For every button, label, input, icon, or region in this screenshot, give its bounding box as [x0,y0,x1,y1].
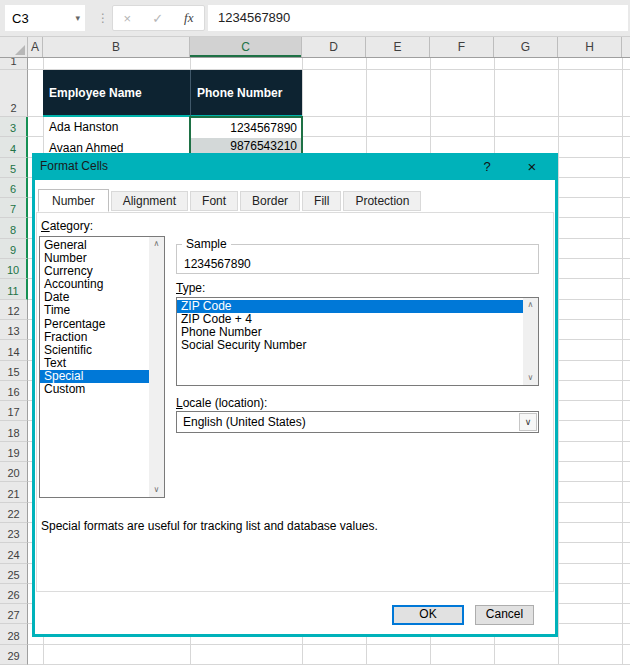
insert-function-icon[interactable]: fx [184,10,193,26]
tab-protection[interactable]: Protection [343,191,421,211]
row-header-23[interactable]: 23 [0,523,28,543]
row-header-3[interactable]: 3 [0,117,28,137]
name-box-dropdown-icon[interactable]: ▾ [75,13,85,23]
row-header-13[interactable]: 13 [0,320,28,340]
row-header-10[interactable]: 10 [0,259,28,279]
column-header-h[interactable]: H [558,37,622,57]
row-header-2[interactable]: 2 [0,70,28,117]
row-header-20[interactable]: 20 [0,462,28,482]
row-header-24[interactable]: 24 [0,543,28,563]
cell-c3-active[interactable]: 1234567890 [191,118,301,138]
tab-fill[interactable]: Fill [302,191,341,211]
row-header-26[interactable]: 26 [0,584,28,604]
category-custom[interactable]: Custom [40,383,149,396]
row-header-19[interactable]: 19 [0,442,28,462]
number-tab-page: Category: General Number Currency Accoun… [36,212,554,592]
type-label: Type: [176,281,205,295]
category-text[interactable]: Text [40,357,149,370]
help-button[interactable]: ? [472,153,502,180]
type-items: ZIP Code ZIP Code + 4 Phone Number Socia… [177,300,523,385]
dialog-titlebar[interactable]: Format Cells ? × [32,153,558,180]
special-format-description: Special formats are useful for tracking … [41,519,378,533]
dialog-body: Number Alignment Font Border Fill Protec… [35,180,555,634]
row-header-27[interactable]: 27 [0,604,28,624]
row-header-18[interactable]: 18 [0,421,28,441]
column-header-d[interactable]: D [302,37,366,57]
row-header-9[interactable]: 9 [0,239,28,259]
row-header-5[interactable]: 5 [0,158,28,178]
row-header-17[interactable]: 17 [0,401,28,421]
row-header-29[interactable]: 29 [0,645,28,665]
row-header-12[interactable]: 12 [0,300,28,320]
row-header-16[interactable]: 16 [0,381,28,401]
grid-row [28,58,630,70]
ok-button[interactable]: OK [392,605,464,625]
column-header-e[interactable]: E [366,37,430,57]
name-box-value: C3 [12,11,29,26]
cell-b3[interactable]: Ada Hanston [44,117,194,137]
scroll-up-icon[interactable]: ∧ [154,237,160,251]
cancel-button[interactable]: Cancel [475,605,534,625]
cancel-entry-icon[interactable]: × [124,11,132,26]
formula-bar: C3 ▾ ⋮ × ✓ fx 1234567890 [0,0,630,37]
row-header-14[interactable]: 14 [0,340,28,360]
column-header-filler [622,37,630,57]
table-header-phone-number[interactable]: Phone Number [190,70,302,117]
column-header-f[interactable]: F [430,37,494,57]
chevron-down-icon[interactable]: ∨ [519,413,537,431]
type-scrollbar[interactable]: ∧ ∨ [523,298,538,385]
locale-dropdown[interactable]: English (United States) ∨ [176,411,539,433]
row-header-28[interactable]: 28 [0,624,28,644]
row-header-column: 1 2 3 4 5 6 7 8 9 10 11 12 13 14 15 16 1… [0,58,28,665]
category-scrollbar[interactable]: ∧ ∨ [149,237,164,497]
scroll-down-icon[interactable]: ∨ [154,483,160,497]
sample-label: Sample [182,237,231,251]
category-items: General Number Currency Accounting Date … [40,239,149,497]
category-percentage[interactable]: Percentage [40,318,149,331]
locale-label: Locale (location): [176,396,267,410]
category-listbox[interactable]: General Number Currency Accounting Date … [39,236,165,498]
formula-bar-separator-icon: ⋮ [97,5,109,31]
name-box[interactable]: C3 ▾ [5,5,85,31]
row-header-11[interactable]: 11 [0,279,28,299]
selection-range: 1234567890 9876543210 [189,116,303,158]
formula-button-group: × ✓ fx [112,5,205,31]
select-all-icon [15,45,25,55]
category-time[interactable]: Time [40,304,149,317]
enter-entry-icon[interactable]: ✓ [152,11,163,26]
row-header-15[interactable]: 15 [0,361,28,381]
type-social-security-number[interactable]: Social Security Number [177,339,523,352]
table-header-employee-name[interactable]: Employee Name [43,70,190,117]
sample-value: 1234567890 [184,257,251,271]
row-header-21[interactable]: 21 [0,482,28,502]
scroll-up-icon[interactable]: ∧ [528,298,534,312]
category-scientific[interactable]: Scientific [40,344,149,357]
tab-font[interactable]: Font [190,191,238,211]
tab-number[interactable]: Number [38,189,109,212]
row-header-1[interactable]: 1 [0,58,28,70]
scroll-down-icon[interactable]: ∨ [528,371,534,385]
row-header-8[interactable]: 8 [0,218,28,238]
formula-input[interactable]: 1234567890 [208,5,628,31]
row-header-22[interactable]: 22 [0,503,28,523]
grid-row [28,645,630,665]
category-label: Category: [41,219,93,233]
tab-alignment[interactable]: Alignment [111,191,188,211]
row-header-4[interactable]: 4 [0,137,28,157]
row-header-25[interactable]: 25 [0,564,28,584]
column-header-g[interactable]: G [494,37,558,57]
tab-border[interactable]: Border [240,191,300,211]
column-header-a[interactable]: A [28,37,43,57]
column-header-row: A B C D E F G H [0,37,630,58]
row-header-6[interactable]: 6 [0,178,28,198]
select-all-button[interactable] [0,37,28,57]
excel-window: C3 ▾ ⋮ × ✓ fx 1234567890 A B C D E F G H… [0,0,630,665]
category-fraction[interactable]: Fraction [40,331,149,344]
column-header-c[interactable]: C [190,37,302,57]
close-icon[interactable]: × [517,153,547,180]
type-listbox[interactable]: ZIP Code ZIP Code + 4 Phone Number Socia… [176,297,539,386]
row-header-7[interactable]: 7 [0,198,28,218]
dialog-title: Format Cells [40,153,108,180]
dialog-tab-strip: Number Alignment Font Border Fill Protec… [38,189,423,211]
column-header-b[interactable]: B [43,37,190,57]
